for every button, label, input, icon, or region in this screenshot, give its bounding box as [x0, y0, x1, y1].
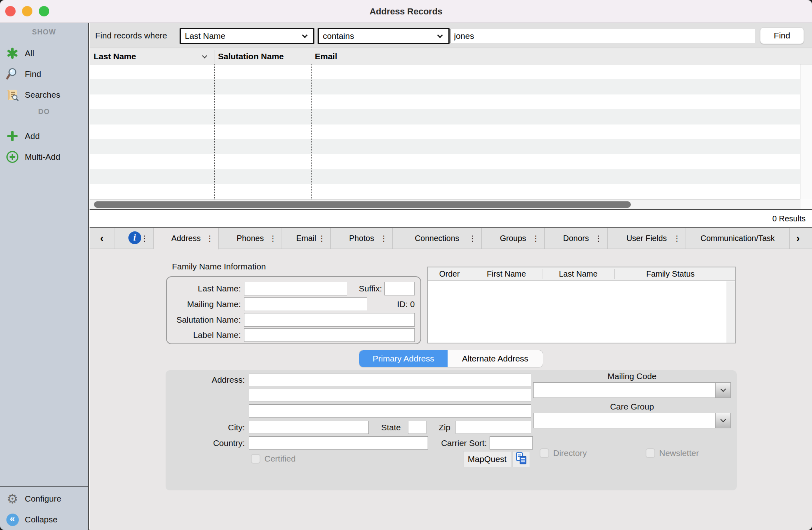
last-name-label: Last Name: — [167, 282, 241, 295]
mailing-code-label: Mailing Code — [533, 371, 731, 381]
find-button[interactable]: Find — [760, 27, 804, 44]
horizontal-scrollbar[interactable] — [90, 199, 800, 209]
state-label: State — [364, 421, 401, 434]
info-tab-button[interactable]: i ⋮ — [116, 228, 154, 249]
tab-phones[interactable]: Phones ⋮ — [219, 228, 282, 249]
city-label: City: — [166, 421, 245, 434]
field-select[interactable]: Last Name — [180, 28, 314, 44]
last-name-input[interactable] — [244, 282, 347, 295]
dropdown-button[interactable] — [715, 413, 730, 428]
chevron-down-icon — [302, 32, 308, 38]
zip-input[interactable] — [456, 421, 531, 434]
salutation-name-input[interactable] — [244, 313, 415, 327]
sidebar-item-find[interactable]: Find — [0, 67, 88, 81]
sidebar-item-add[interactable]: Add — [0, 129, 88, 143]
label-name-label: Label Name: — [167, 328, 241, 342]
tab-groups[interactable]: Groups ⋮ — [482, 228, 545, 249]
address-tab-content: Family Name Information Last Name: Suffi… — [90, 249, 812, 530]
mailing-name-label: Mailing Name: — [167, 297, 241, 311]
mapquest-button[interactable]: MapQuest — [463, 451, 511, 467]
country-label: Country: — [166, 436, 245, 450]
chevron-down-icon — [720, 386, 726, 392]
results-count: 0 Results — [772, 210, 806, 227]
horizontal-scrollbar-thumb[interactable] — [94, 201, 631, 208]
plus-icon — [6, 129, 19, 143]
results-list[interactable] — [90, 64, 800, 199]
vertical-scrollbar[interactable] — [800, 64, 812, 199]
tab-address[interactable]: Address ⋮ — [154, 228, 219, 249]
tab-scroll-right-button[interactable]: › — [790, 228, 806, 249]
care-group-label: Care Group — [533, 402, 731, 412]
copy-address-button[interactable] — [512, 451, 530, 467]
sidebar-item-multi-add[interactable]: Multi-Add — [0, 150, 88, 164]
sidebar-item-collapse[interactable]: « Collapse — [0, 513, 88, 526]
address-label: Address: — [166, 373, 245, 387]
address-line1-input[interactable] — [249, 373, 531, 386]
mailing-code-select[interactable] — [533, 382, 731, 398]
family-column-first-name: First Name — [471, 267, 542, 281]
tab-connections[interactable]: Connections ⋮ — [393, 228, 482, 249]
tab-communication-task[interactable]: Communication/Task — [686, 228, 790, 249]
alternate-address-tab[interactable]: Alternate Address — [448, 350, 543, 367]
tab-donors[interactable]: Donors ⋮ — [545, 228, 608, 249]
city-input[interactable] — [249, 421, 369, 434]
label-name-input[interactable] — [244, 328, 415, 342]
sidebar-item-label: Multi-Add — [25, 150, 60, 164]
tab-drag-handle[interactable]: ⋮ — [595, 228, 602, 249]
record-tab-bar: ‹ i ⋮ Address ⋮ Phones ⋮ Email ⋮ Photos … — [90, 227, 812, 249]
chevron-down-icon — [720, 417, 726, 422]
column-header-salutation-name[interactable]: Salutation Name — [214, 48, 311, 64]
directory-checkbox — [540, 448, 549, 458]
tab-drag-handle[interactable]: ⋮ — [141, 228, 148, 249]
results-status-bar: 0 Results — [90, 210, 812, 227]
title-bar: Address Records — [0, 0, 812, 23]
tab-drag-handle[interactable]: ⋮ — [673, 228, 681, 249]
tab-drag-handle[interactable]: ⋮ — [206, 228, 214, 249]
tab-drag-handle[interactable]: ⋮ — [532, 228, 540, 249]
country-input[interactable] — [249, 436, 428, 450]
family-group-title: Family Name Information — [172, 262, 266, 271]
family-name-groupbox: Last Name: Suffix: Mailing Name: ID: 0 S… — [166, 276, 421, 344]
tab-scroll-left-button[interactable]: ‹ — [90, 228, 114, 249]
find-records-where-label: Find records where — [95, 23, 167, 48]
care-group-select[interactable] — [533, 413, 731, 428]
main-area: Find records where Last Name contains Fi… — [90, 23, 812, 530]
search-query-input[interactable] — [450, 29, 755, 43]
dropdown-button[interactable] — [715, 383, 730, 398]
results-header: Last Name Salutation Name Email — [90, 48, 812, 64]
sidebar-item-configure[interactable]: ⚙ Configure — [0, 492, 88, 506]
suffix-label: Suffix: — [347, 282, 382, 295]
sidebar-item-all[interactable]: All — [0, 46, 88, 60]
sidebar-item-label: All — [25, 46, 34, 60]
show-section-header: SHOW — [0, 28, 88, 36]
mailing-name-input[interactable] — [244, 297, 367, 311]
address-line3-input[interactable] — [249, 404, 531, 418]
primary-address-tab[interactable]: Primary Address — [359, 350, 448, 367]
tab-photos[interactable]: Photos ⋮ — [331, 228, 393, 249]
address-line2-input[interactable] — [249, 389, 531, 402]
carrier-sort-label: Carrier Sort: — [430, 436, 487, 450]
record-id-value: ID: 0 — [379, 297, 415, 311]
operator-select[interactable]: contains — [318, 28, 450, 44]
primary-address-panel: Address: City: State Zip Country: Carrie… — [166, 370, 737, 490]
asterisk-icon — [6, 46, 19, 60]
tab-drag-handle[interactable]: ⋮ — [380, 228, 388, 249]
copy-pages-icon — [516, 452, 527, 466]
tab-email[interactable]: Email ⋮ — [282, 228, 331, 249]
column-divider — [311, 64, 312, 199]
sidebar-item-searches[interactable]: Searches — [0, 88, 88, 102]
newsletter-checkbox — [646, 448, 655, 458]
column-header-last-name[interactable]: Last Name — [90, 48, 214, 64]
column-header-email[interactable]: Email — [311, 48, 471, 64]
newsletter-label: Newsletter — [659, 448, 699, 459]
carrier-sort-input[interactable] — [490, 436, 533, 450]
tab-drag-handle[interactable]: ⋮ — [269, 228, 277, 249]
sidebar-divider — [0, 486, 88, 487]
tab-drag-handle[interactable]: ⋮ — [318, 228, 326, 249]
sidebar: SHOW All Find — [0, 23, 89, 530]
tab-drag-handle[interactable]: ⋮ — [469, 228, 476, 249]
family-table-scrollbar[interactable] — [726, 281, 735, 343]
tab-user-fields[interactable]: User Fields ⋮ — [608, 228, 686, 249]
suffix-input[interactable] — [384, 282, 415, 295]
find-bar: Find records where Last Name contains Fi… — [90, 23, 812, 48]
